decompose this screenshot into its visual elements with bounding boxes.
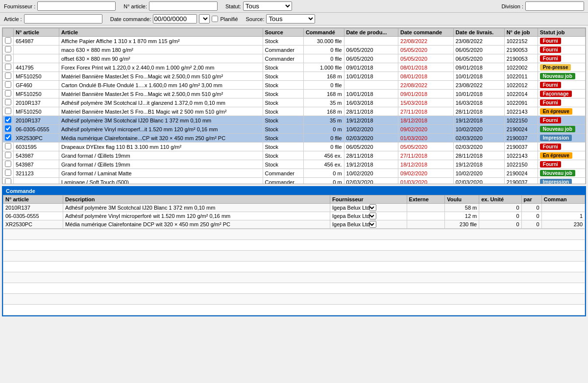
fournisseur-dropdown[interactable] [369,204,376,211]
date-commande-input[interactable] [153,14,197,24]
row-num-article: MF510250 [14,90,59,98]
table-row[interactable]: 441795Forex Forex Print wit 1.220,0 x 2.… [3,63,586,72]
row-date-cmd: 27/11/2018 [398,151,454,160]
table-row[interactable]: 654987Affiche Papier Affiche 1 310 x 1 8… [3,37,586,46]
planifie-checkbox[interactable] [212,16,218,22]
row-date-prod: 06/05/2020 [344,143,398,151]
row-checkbox[interactable] [5,72,11,79]
status-badge: Fourni [540,47,561,53]
row-article: Laminage / Soft Touch (500) [59,178,263,185]
table-row[interactable]: 06-0305-0555Adhésif polymère Vinyl micro… [3,125,586,134]
bottom-row-desc: Adhésif polymère Vinyl microperforé wit … [63,212,330,220]
table-row[interactable]: 321123Grand format / Laminat MatteComman… [3,169,586,178]
row-checkbox[interactable] [5,108,11,114]
source-select[interactable]: Tous [266,14,315,24]
fournisseur-dropdown[interactable] [369,221,376,228]
fournisseur-group: Fournisseur : [0,0,120,12]
table-row[interactable]: MF510250Matériel Bannière MasterJet S Fr… [3,72,586,81]
table-row[interactable]: offset 630 × 880 mm 90 g/m²Commander0 fl… [3,54,586,63]
bottom-row-voulu: 230 flle [445,220,479,229]
statut-select[interactable]: Tous [243,1,292,11]
row-checkbox[interactable] [5,125,11,132]
row-date-cmd: 09/02/2020 [398,125,454,134]
row-num-job: 1022150 [504,116,538,125]
row-checkbox[interactable] [5,161,11,167]
col-num-article: N° article [14,28,59,37]
num-article-input[interactable] [149,1,218,11]
row-checkbox[interactable] [5,55,11,61]
row-num-article: MF510250 [14,107,59,116]
row-checkbox-cell [3,160,14,169]
row-date-cmd: 05/05/2020 [398,143,454,151]
row-checkbox[interactable] [5,152,11,158]
row-checkbox[interactable] [5,46,11,52]
row-checkbox[interactable] [5,178,11,184]
row-commande: 0 flle [303,143,344,151]
bottom-row-desc: Média numérique Clairefontaine DCP wit 3… [63,220,330,229]
row-source: Commander [263,46,303,54]
row-date-cmd: 01/03/2020 [398,178,454,185]
division-input[interactable] [525,1,584,11]
bottom-table-row[interactable]: XR2530PCMédia numérique Clairefontaine D… [3,220,585,229]
bottom-table-row[interactable]: 2010R137Adhésif polymère 3M Scotchcal IJ… [3,204,585,212]
table-row[interactable]: 543987Grand format / Œillets 19mmStock45… [3,151,586,160]
row-statut: Fourni [538,116,585,125]
row-checkbox-cell [3,46,14,54]
row-num-article [14,46,59,54]
bottom-row-ex: 0 [479,212,521,220]
date-commande-select[interactable] [199,14,210,24]
table-row[interactable]: GF460Carton Ondulé B-Flute Ondulé 1....x… [3,81,586,90]
num-article-label: N° article: [123,3,147,9]
row-checkbox[interactable] [5,169,11,176]
table-row[interactable]: Laminage / Soft Touch (500)Commander0 m0… [3,178,586,185]
bottom-table-row[interactable]: 06-0305-0555Adhésif polymère Vinyl micro… [3,212,585,220]
table-row[interactable]: 2010R137Adhésif polymère 3M Scotchcal IJ… [3,116,586,125]
row-checkbox[interactable] [5,81,11,88]
bottom-row-voulu: 58 m [445,204,479,212]
fournisseur-dropdown[interactable] [369,213,376,219]
status-badge: Façonnage [540,91,572,97]
bottom-row-par: 0 [521,204,541,212]
row-checkbox[interactable] [5,134,11,141]
row-date-livr: 02/03/2020 [453,178,504,185]
row-date-prod: 10/02/2020 [344,169,398,178]
row-checkbox-cell [3,116,14,125]
col-statut-job: Statut job [538,28,585,37]
row-num-job: 2190037 [504,134,538,143]
table-row[interactable]: 6031595Drapeaux DYEtex flag 110 B1 3.100… [3,143,586,151]
bottom-row-fournisseur: Igepa Belux Ltd [330,204,407,212]
row-statut: Fourni [538,54,585,63]
row-checkbox[interactable] [5,64,11,70]
article-input[interactable] [24,14,102,24]
row-checkbox[interactable] [5,37,11,44]
table-row[interactable]: MF510250Matériel Bannière MasterJet S Fr… [3,107,586,116]
table-row[interactable]: 543987Grand format / Œillets 19mmStock45… [3,160,586,169]
bottom-col-par: par [521,195,541,204]
row-date-livr: 06/05/2020 [453,54,504,63]
status-badge: Impression [540,179,572,184]
bottom-row-ex: 0 [479,220,521,229]
row-num-job: 1022150 [504,160,538,169]
row-date-livr: 09/01/2018 [453,63,504,72]
fournisseur-input[interactable] [37,1,116,11]
row-checkbox[interactable] [5,117,11,123]
row-checkbox-cell [3,37,14,46]
table-row[interactable]: MF510250Matériel Bannière MasterJet S Fr… [3,90,586,98]
table-row[interactable]: maco 630 × 880 mm 180 g/m²Commander0 fll… [3,46,586,54]
row-num-job: 1022011 [504,72,538,81]
row-date-cmd: 09/02/2020 [398,169,454,178]
bottom-section-title: Commande [3,187,585,195]
col-source: Source [263,28,303,37]
row-date-prod [344,37,398,46]
row-num-article [14,178,59,185]
row-statut: Pre-presse [538,63,585,72]
row-commande: 35 m [303,116,344,125]
row-checkbox[interactable] [5,143,11,149]
table-row[interactable]: XR2530PCMédia numérique Clairefontaine..… [3,134,586,143]
status-badge: Fourni [540,38,561,44]
bottom-row-fournisseur: Igepa Belux Ltd [330,220,407,229]
table-row[interactable]: 2010R137Adhésif polymère 3M Scotchcal IJ… [3,98,586,107]
row-checkbox[interactable] [5,99,11,105]
row-num-job: 2190024 [504,169,538,178]
row-checkbox[interactable] [5,90,11,96]
